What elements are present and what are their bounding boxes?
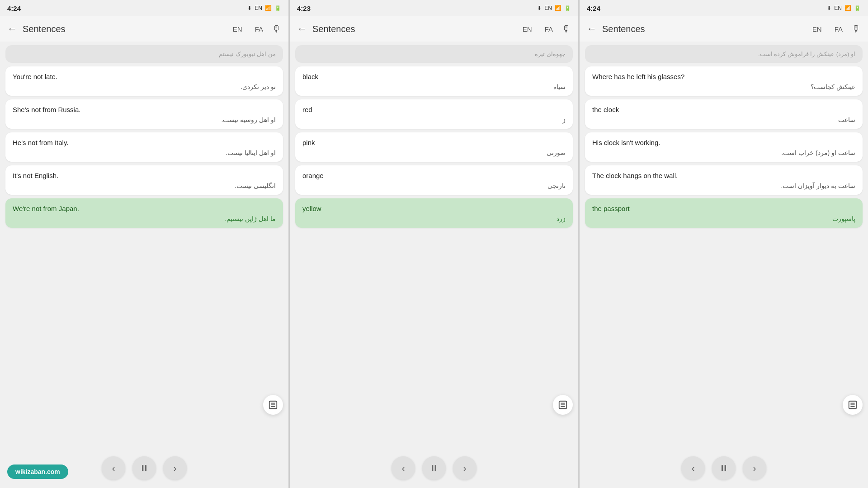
- prev-button-3[interactable]: ‹: [681, 456, 705, 480]
- card-en-2-1: black: [302, 73, 566, 80]
- card-1-1[interactable]: You're not late. تو دیر نکردی.: [5, 66, 283, 96]
- card-en-1-4: It's not English.: [13, 172, 276, 179]
- prev-button-1[interactable]: ‹: [102, 456, 125, 480]
- card-1-4[interactable]: It's not English. انگلیسی نیست.: [5, 165, 283, 195]
- card-3-5[interactable]: the passport پاسپورت: [585, 198, 863, 228]
- card-en-1-2: She's not from Russia.: [13, 106, 276, 113]
- lang-fa-button-1[interactable]: FA: [251, 23, 267, 35]
- card-fa-3-1: عینکش کجاست؟: [592, 83, 855, 90]
- svg-rect-10: [432, 465, 433, 471]
- svg-rect-17: [725, 465, 726, 471]
- card-en-3-4: The clock hangs on the wall.: [592, 172, 855, 179]
- panel-3: 4:24 ⬇ EN 📶 🔋 ← Sentences EN FA 🎙 او (مر…: [580, 0, 868, 488]
- card-fa-2-2: ز: [302, 116, 566, 123]
- status-time-3: 4:24: [587, 5, 600, 12]
- prev-button-2[interactable]: ‹: [392, 456, 415, 480]
- card-1-3[interactable]: He's not from Italy. او اهل ایتالیا نیست…: [5, 132, 283, 162]
- locale-1: EN: [255, 5, 262, 11]
- top-bar-2: ← Sentences EN FA 🎙: [290, 16, 578, 42]
- card-fa-3-5: پاسپورت: [592, 215, 855, 222]
- lang-en-button-3[interactable]: EN: [809, 23, 826, 35]
- download-icon-1: ⬇: [247, 5, 252, 11]
- card-2-2[interactable]: red ز: [295, 99, 573, 129]
- next-button-2[interactable]: ›: [453, 456, 476, 480]
- card-fa-3-2: ساعت: [592, 116, 855, 123]
- card-3-2[interactable]: the clock ساعت: [585, 99, 863, 129]
- list-icon-button-3[interactable]: [843, 395, 863, 415]
- card-fa-1-1: تو دیر نکردی.: [13, 83, 276, 90]
- list-icon-button-1[interactable]: [263, 395, 283, 415]
- card-en-3-3: His clock isn't working.: [592, 139, 855, 146]
- back-button-2[interactable]: ←: [297, 23, 307, 35]
- card-2-1[interactable]: black سیاه: [295, 66, 573, 96]
- download-icon-2: ⬇: [537, 5, 542, 11]
- svg-rect-16: [722, 465, 723, 471]
- pause-button-3[interactable]: [712, 456, 736, 480]
- mic-button-1[interactable]: 🎙: [272, 24, 281, 34]
- mic-button-3[interactable]: 🎙: [852, 24, 861, 34]
- faded-text-2: جهوه‌ای تیره: [302, 51, 566, 57]
- card-fa-2-3: صورتی: [302, 149, 566, 156]
- pause-button-1[interactable]: [132, 456, 156, 480]
- card-en-3-2: the clock: [592, 106, 855, 113]
- top-bar-1: ← Sentences EN FA 🎙: [0, 16, 288, 42]
- status-icons-3: ⬇ EN 📶 🔋: [827, 5, 861, 11]
- card-3-4[interactable]: The clock hangs on the wall. ساعت به دیو…: [585, 165, 863, 195]
- faded-text-3: او (مرد) عینکش را فراموش کرده است.: [592, 51, 855, 57]
- card-fa-3-4: ساعت به دیوار آویزان است.: [592, 182, 855, 189]
- card-1-5[interactable]: We're not from Japan. ما اهل ژاپن نیستیم…: [5, 198, 283, 228]
- faded-card-2: جهوه‌ای تیره: [295, 45, 573, 63]
- page-title-3: Sentences: [602, 24, 803, 34]
- next-button-3[interactable]: ›: [743, 456, 766, 480]
- card-1-2[interactable]: She's not from Russia. او اهل روسیه نیست…: [5, 99, 283, 129]
- card-2-3[interactable]: pink صورتی: [295, 132, 573, 162]
- card-en-2-2: red: [302, 106, 566, 113]
- status-time-1: 4:24: [7, 5, 21, 12]
- back-button-3[interactable]: ←: [587, 23, 597, 35]
- card-3-1[interactable]: Where has he left his glasses? عینکش کجا…: [585, 66, 863, 96]
- svg-rect-4: [142, 465, 143, 471]
- svg-rect-5: [145, 465, 146, 471]
- back-button-1[interactable]: ←: [7, 23, 17, 35]
- card-fa-3-3: ساعت او (مرد) خراب است.: [592, 149, 855, 156]
- lang-fa-button-3[interactable]: FA: [831, 23, 846, 35]
- card-en-3-5: the passport: [592, 205, 855, 212]
- download-icon-3: ⬇: [827, 5, 831, 11]
- signal-icon-1: 📶: [265, 5, 272, 11]
- card-en-2-3: pink: [302, 139, 566, 146]
- status-bar-3: 4:24 ⬇ EN 📶 🔋: [580, 0, 868, 16]
- panels-container: 4:24 ⬇ EN 📶 🔋 ← Sentences EN FA 🎙 من اهل…: [0, 0, 868, 488]
- status-icons-2: ⬇ EN 📶 🔋: [537, 5, 571, 11]
- lang-en-button-1[interactable]: EN: [229, 23, 246, 35]
- pause-button-2[interactable]: [422, 456, 446, 480]
- card-2-4[interactable]: orange نارنجی: [295, 165, 573, 195]
- battery-icon-2: 🔋: [564, 5, 571, 11]
- next-button-1[interactable]: ›: [163, 456, 187, 480]
- signal-icon-2: 📶: [555, 5, 561, 11]
- battery-icon-3: 🔋: [854, 5, 861, 11]
- card-en-2-4: orange: [302, 172, 566, 179]
- top-bar-3: ← Sentences EN FA 🎙: [580, 16, 868, 42]
- mic-button-2[interactable]: 🎙: [562, 24, 571, 34]
- page-title-2: Sentences: [312, 24, 514, 34]
- card-fa-1-5: ما اهل ژاپن نیستیم.: [13, 215, 276, 222]
- card-fa-2-5: زرد: [302, 215, 566, 222]
- list-icon-button-2[interactable]: [553, 395, 573, 415]
- panel-2: 4:23 ⬇ EN 📶 🔋 ← Sentences EN FA 🎙 جهوه‌ا…: [290, 0, 579, 488]
- faded-text-1: من اهل نیویورک نیستم: [13, 51, 276, 57]
- content-2: جهوه‌ای تیره black سیاه red ز pink صورتی…: [290, 42, 578, 451]
- card-2-5[interactable]: yellow زرد: [295, 198, 573, 228]
- card-fa-1-3: او اهل ایتالیا نیست.: [13, 149, 276, 156]
- content-3: او (مرد) عینکش را فراموش کرده است. Where…: [580, 42, 868, 451]
- bottom-bar-3: ‹ ›: [580, 451, 868, 488]
- card-en-1-5: We're not from Japan.: [13, 205, 276, 212]
- status-time-2: 4:23: [297, 5, 311, 12]
- card-en-3-1: Where has he left his glasses?: [592, 73, 855, 80]
- locale-2: EN: [544, 5, 552, 11]
- card-fa-2-4: نارنجی: [302, 182, 566, 189]
- card-en-2-5: yellow: [302, 205, 566, 212]
- card-3-3[interactable]: His clock isn't working. ساعت او (مرد) خ…: [585, 132, 863, 162]
- lang-fa-button-2[interactable]: FA: [541, 23, 557, 35]
- lang-en-button-2[interactable]: EN: [519, 23, 536, 35]
- battery-icon-1: 🔋: [274, 5, 281, 11]
